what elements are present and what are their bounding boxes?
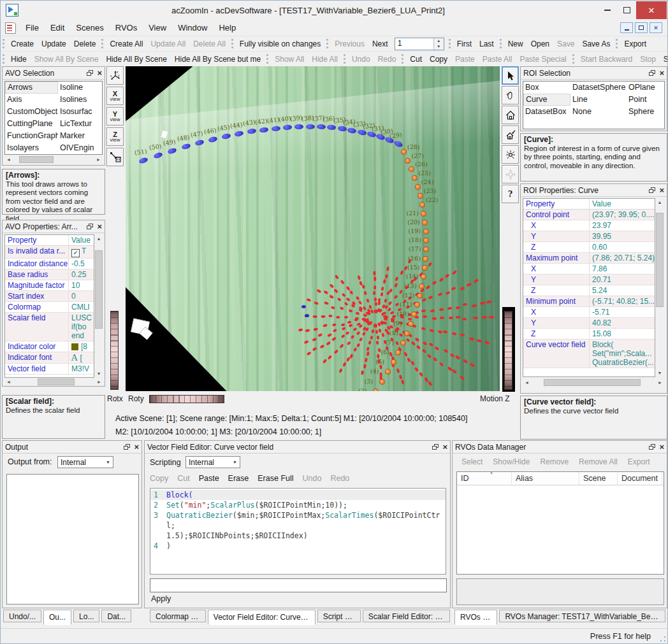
table-row[interactable]: Magnitude factor10 (5, 280, 94, 291)
toolbar-button-hide[interactable]: Hide (7, 55, 31, 64)
roi-selection-list[interactable]: BoxDatasetSphereOPlaneCurveLinePointData… (523, 81, 665, 129)
rvos-table[interactable]: ID▼AliasSceneDocument (456, 471, 664, 575)
toolbar-button-create-all[interactable]: Create All (106, 39, 147, 48)
output-source-dropdown[interactable]: Internal▼ (57, 456, 113, 468)
avo-item-arrows[interactable]: Arrows (5, 82, 58, 94)
scroll-up-icon[interactable]: ▲ (656, 198, 664, 206)
select-cursor-button[interactable] (502, 66, 519, 85)
tab-lo-[interactable]: Lo... (73, 610, 99, 622)
scroll-down-icon[interactable]: ▼ (656, 369, 664, 377)
table-row[interactable]: Curve vector fieldBlock(Set("min";Scala.… (523, 340, 655, 368)
tab-scalar-field-editor-sc-[interactable]: Scalar Field Editor: Sc... (363, 610, 450, 622)
table-row[interactable]: Maximum point(7.86; 20.71; 5.24) (523, 253, 655, 264)
table-row[interactable]: Z5.24 (523, 285, 655, 296)
avo-item-marker[interactable]: Marker (58, 130, 102, 142)
float-icon[interactable] (649, 70, 655, 76)
vertical-scrollbar[interactable]: ▲▼ (655, 198, 664, 377)
menu-window[interactable]: Window (172, 23, 213, 32)
column-header-id[interactable]: ID▼ (457, 472, 512, 485)
rotx-thumbwheel[interactable] (110, 311, 119, 390)
table-row[interactable]: Indicator fontA[ (5, 352, 94, 364)
mdi-restore-button[interactable] (635, 22, 648, 33)
code-line[interactable]: 2Set("min";ScalarPlus($ROICIPointMin;10)… (150, 500, 446, 510)
maximize-button[interactable] (617, 2, 636, 18)
table-row[interactable]: Scalar fieldLUSCif(boend (5, 313, 94, 341)
scroll-left-icon[interactable]: ◄ (4, 378, 13, 386)
scroll-up-icon[interactable]: ▲ (95, 234, 103, 243)
table-row[interactable]: Z15.08 (523, 329, 655, 340)
roi-item-box[interactable]: Box (523, 82, 570, 94)
scroll-left-icon[interactable]: ◄ (4, 155, 13, 164)
code-line[interactable]: 3QuatraticBezier($min;$ROICIPointMax;Sca… (150, 510, 446, 531)
menu-view[interactable]: View (143, 23, 172, 32)
output-log-area[interactable] (6, 474, 139, 605)
scroll-track[interactable] (531, 379, 656, 386)
expression-input[interactable] (150, 578, 447, 592)
roi-item-datasetbox[interactable]: DatasetBox (523, 106, 570, 118)
scroll-right-icon[interactable]: ► (656, 378, 664, 387)
toolbar-button-delete[interactable]: Delete (70, 39, 100, 48)
table-row[interactable]: Indicator color[8 (5, 341, 94, 352)
avo-item-axis[interactable]: Axis (5, 94, 58, 106)
tab-rvos-d-[interactable]: RVOs D... (454, 610, 497, 625)
roi-properties-table[interactable]: PropertyValueControl point(23.97; 39.95;… (523, 198, 655, 377)
toolbar-button-cut[interactable]: Cut (406, 55, 426, 64)
toolbar-button-export[interactable]: Export (620, 39, 650, 48)
roi-item-point[interactable]: Point (627, 94, 664, 106)
scripting-dropdown[interactable]: Internal▼ (185, 456, 240, 468)
table-row[interactable]: Y20.71 (523, 275, 655, 285)
scroll-track[interactable] (13, 156, 94, 163)
roi-item-line[interactable]: Line (570, 94, 627, 106)
table-row[interactable]: X7.86 (523, 264, 655, 275)
horizontal-scrollbar[interactable]: ◄► (4, 378, 103, 386)
viewport-3d[interactable]: (51)(50)(49)(48)(47)(46)(45)(44)(43)(42)… (126, 66, 500, 391)
close-button[interactable]: ✕ (636, 1, 667, 19)
tab-ou-[interactable]: Ou... (43, 610, 71, 625)
close-icon[interactable]: × (97, 222, 102, 231)
toolbar-button-next[interactable]: Next (368, 39, 392, 48)
mdi-close-button[interactable]: ✕ (650, 22, 662, 33)
home-button[interactable] (502, 106, 519, 124)
menu-scenes[interactable]: Scenes (70, 23, 109, 32)
tab-dat-[interactable]: Dat... (101, 610, 131, 622)
toolbar-button-hide-all-by-scene[interactable]: Hide All By Scene (102, 55, 170, 64)
table-row[interactable]: Indicator distance-0.5 (5, 259, 94, 269)
roi-item-oplane[interactable]: OPlane (627, 82, 664, 94)
menu-file[interactable]: File (20, 23, 45, 32)
horizontal-scrollbar[interactable]: ◄► (4, 155, 103, 164)
apply-button[interactable]: Apply (151, 594, 171, 603)
scroll-thumb[interactable] (19, 156, 54, 163)
spin-value[interactable]: 1 (395, 38, 433, 50)
code-line[interactable]: 1Block( (150, 490, 446, 500)
z-view-button[interactable]: Zview (106, 127, 124, 146)
spin-down-icon[interactable]: ▼ (434, 44, 444, 50)
toolbar-button-update[interactable]: Update (38, 39, 70, 48)
y-view-button[interactable]: Yview (106, 107, 124, 125)
avo-item-isolines[interactable]: Isolines (58, 94, 102, 106)
close-icon[interactable]: × (442, 443, 447, 451)
toolbar-button-first[interactable]: First (453, 39, 476, 48)
table-row[interactable]: X-5.71 (523, 307, 655, 318)
dolly-thumbwheel[interactable] (504, 311, 512, 390)
table-row[interactable]: Control point(23.97; 39.95; 0.... (523, 210, 655, 220)
avo-item-lictextur[interactable]: LicTextur (58, 118, 102, 130)
avo-item-cuttingplane[interactable]: CuttingPlane (5, 118, 58, 130)
avo-item-oivengin[interactable]: OIVEngin (58, 142, 102, 154)
table-row[interactable]: Is invalid data r...✔T (5, 246, 94, 259)
spin-up-icon[interactable]: ▲ (434, 38, 444, 44)
x-view-button[interactable]: Xview (106, 87, 124, 105)
float-icon[interactable] (87, 70, 93, 76)
close-icon[interactable]: × (134, 443, 139, 451)
close-icon[interactable]: × (97, 69, 102, 77)
close-icon[interactable]: × (659, 443, 664, 451)
mdi-minimize-button[interactable] (620, 22, 633, 33)
table-row[interactable]: X23.97 (523, 220, 655, 231)
avo-item-isosurfac[interactable]: Isosurfac (58, 106, 102, 118)
table-row[interactable]: Y39.95 (523, 231, 655, 242)
scroll-track[interactable] (95, 243, 103, 369)
code-editor[interactable]: 1Block(2Set("min";ScalarPlus($ROICIPoint… (150, 488, 446, 575)
roi-item-none[interactable]: None (570, 106, 627, 118)
view-all-button[interactable] (502, 145, 519, 164)
vfe-button-erase-full[interactable]: Erase Full (258, 474, 293, 485)
table-row[interactable]: Base radius0.25 (5, 269, 94, 280)
